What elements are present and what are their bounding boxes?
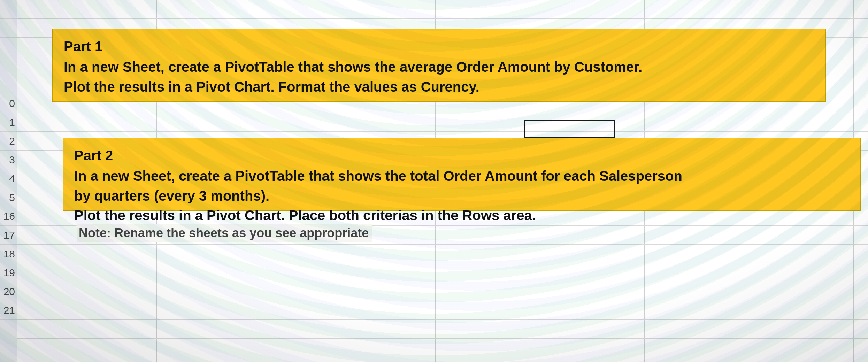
spreadsheet-grid[interactable]: 0 1 2 3 4 5 16 17 18 19 20 21 Part 1 In … — [0, 0, 868, 362]
row-header[interactable]: 16 — [0, 207, 17, 226]
instruction-box-part2: Part 2 In a new Sheet, create a PivotTab… — [63, 138, 861, 211]
row-header[interactable] — [0, 56, 17, 75]
row-header[interactable]: 18 — [0, 245, 17, 263]
part1-line: Plot the results in a Pivot Chart. Forma… — [64, 77, 814, 97]
instruction-box-part1: Part 1 In a new Sheet, create a PivotTab… — [52, 29, 826, 102]
row-header[interactable]: 19 — [0, 263, 17, 282]
row-header[interactable] — [0, 0, 17, 19]
part2-line: Plot the results in a Pivot Chart. Place… — [74, 206, 849, 225]
row-header[interactable]: 1 — [0, 113, 17, 132]
row-header[interactable]: 17 — [0, 226, 17, 245]
part2-line: In a new Sheet, create a PivotTable that… — [74, 166, 849, 186]
row-header[interactable]: 5 — [0, 188, 17, 207]
row-header[interactable]: 4 — [0, 169, 17, 188]
row-header[interactable] — [0, 75, 17, 94]
part1-title: Part 1 — [64, 37, 814, 56]
row-header[interactable] — [0, 19, 17, 38]
part2-line: by quarters (every 3 months). — [74, 186, 849, 206]
row-header[interactable]: 0 — [0, 94, 17, 113]
row-header[interactable] — [0, 38, 17, 56]
row-header[interactable]: 2 — [0, 132, 17, 151]
row-header-gutter: 0 1 2 3 4 5 16 17 18 19 20 21 — [0, 0, 17, 362]
row-header[interactable]: 20 — [0, 282, 17, 301]
active-cell-outline[interactable] — [524, 120, 615, 138]
part2-title: Part 2 — [74, 146, 849, 165]
cell-area[interactable]: Part 1 In a new Sheet, create a PivotTab… — [17, 0, 868, 362]
part1-line: In a new Sheet, create a PivotTable that… — [64, 57, 814, 77]
row-header[interactable]: 21 — [0, 301, 17, 320]
row-header[interactable]: 3 — [0, 151, 17, 169]
note-text: Note: Rename the sheets as you see appro… — [77, 224, 372, 242]
